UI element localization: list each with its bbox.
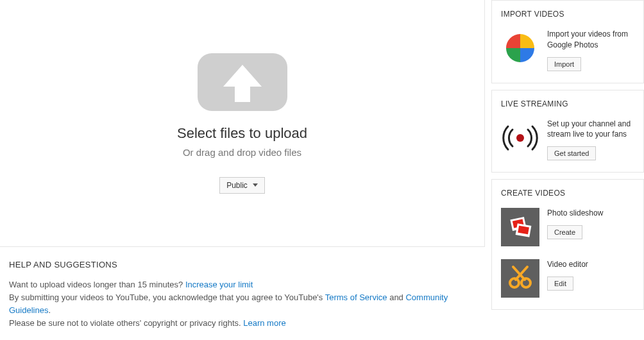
help-line1-text: Want to upload videos longer than 15 min… <box>9 280 185 289</box>
live-streaming-card: LIVE STREAMING Set up your channel and s… <box>491 90 644 173</box>
create-slideshow-button[interactable]: Create <box>547 225 582 239</box>
help-line3-text: Please be sure not to violate others' co… <box>9 318 243 328</box>
chevron-down-icon <box>253 183 258 187</box>
upload-subtitle: Or drag and drop video files <box>183 147 301 158</box>
import-desc: Import your videos from Google Photos <box>547 29 634 51</box>
increase-limit-link[interactable]: Increase your limit <box>185 280 253 289</box>
import-videos-card: IMPORT VIDEOS Import your videos from Go… <box>491 0 644 83</box>
live-desc: Set up your channel and stream live to y… <box>547 119 634 140</box>
help-title: HELP AND SUGGESTIONS <box>9 260 476 269</box>
privacy-label: Public <box>226 181 248 190</box>
terms-of-service-link[interactable]: Terms of Service <box>325 293 387 302</box>
create-card-title: CREATE VIDEOS <box>501 189 634 198</box>
import-card-title: IMPORT VIDEOS <box>501 10 634 19</box>
slideshow-label: Photo slideshow <box>547 208 603 219</box>
edit-button[interactable]: Edit <box>547 276 573 291</box>
svg-point-6 <box>510 278 519 287</box>
upload-arrow-icon <box>198 53 287 111</box>
upload-title: Select files to upload <box>177 125 307 142</box>
google-photos-icon <box>501 29 539 67</box>
import-button[interactable]: Import <box>547 57 581 71</box>
get-started-button[interactable]: Get started <box>547 146 596 160</box>
photo-slideshow-icon <box>501 208 539 246</box>
svg-point-7 <box>521 278 530 287</box>
live-card-title: LIVE STREAMING <box>501 99 634 108</box>
editor-label: Video editor <box>547 259 588 270</box>
upload-dropzone[interactable]: Select files to upload Or drag and drop … <box>0 0 485 247</box>
privacy-dropdown[interactable]: Public <box>219 177 265 194</box>
learn-more-link[interactable]: Learn more <box>243 318 285 328</box>
video-editor-icon <box>501 259 539 298</box>
live-broadcast-icon <box>501 119 539 157</box>
svg-point-1 <box>516 134 524 142</box>
help-section: HELP AND SUGGESTIONS Want to upload vide… <box>0 247 485 340</box>
help-line2-text: By submitting your videos to YouTube, yo… <box>9 293 325 302</box>
create-videos-card: CREATE VIDEOS Photo slideshow Create <box>491 179 644 310</box>
